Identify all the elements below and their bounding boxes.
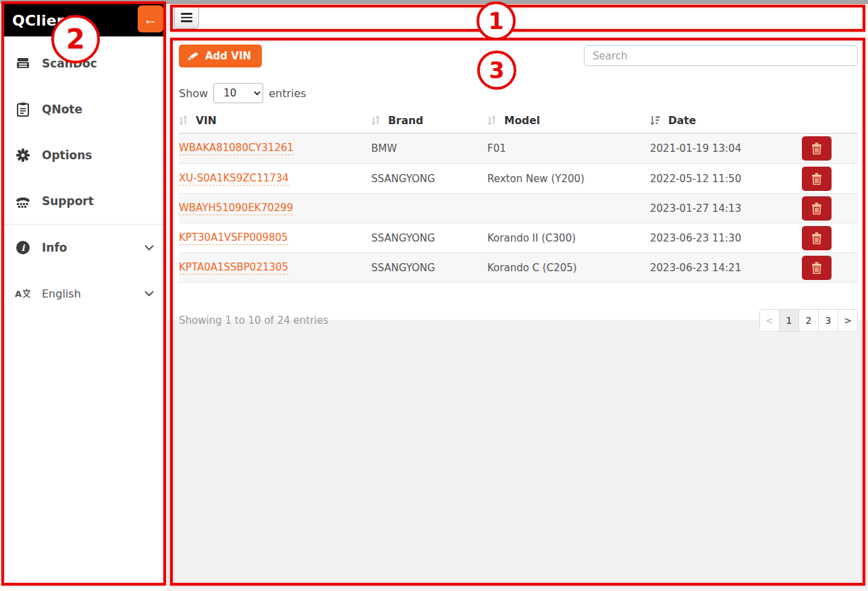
sort-icon (371, 115, 380, 125)
pagination: < 1 2 3 > (759, 309, 858, 332)
app-window: QClients ← ScanDoc QNote (0, 0, 868, 591)
table-row: XU-S0A1KS9ZC11734 SSANGYONG Rexton New (… (179, 163, 858, 193)
svg-text:A: A (15, 289, 22, 299)
vin-link[interactable]: WBAYH51090EK70299 (179, 202, 293, 215)
vin-link[interactable]: KPTA0A1SSBP021305 (179, 261, 288, 275)
chevron-down-icon (144, 291, 154, 297)
vin-link[interactable]: WBAKA81080CY31261 (179, 142, 294, 155)
column-header-vin[interactable]: VIN (179, 115, 371, 127)
delete-button[interactable] (802, 226, 832, 250)
delete-button[interactable] (802, 196, 832, 221)
brand-cell: SSANGYONG (371, 232, 487, 244)
sidebar-item-label: Info (42, 241, 67, 254)
table-header-row: VIN Brand Model Date (179, 108, 858, 134)
topbar (167, 4, 868, 31)
show-label: Show (179, 87, 208, 100)
table-footer: Showing 1 to 10 of 24 entries < 1 2 3 > (179, 309, 858, 332)
page-length-control: Show 10 entries (179, 83, 306, 103)
table-body: WBAKA81080CY31261 BMW F01 2021-01-19 13:… (179, 134, 858, 283)
sidebar-item-label: Support (42, 194, 94, 208)
trash-icon (811, 202, 822, 215)
sidebar-item-scandoc[interactable]: ScanDoc (3, 40, 165, 86)
pagination-next[interactable]: > (838, 309, 858, 332)
model-cell: Korando C (C205) (487, 262, 650, 274)
hamburger-icon (181, 13, 192, 15)
sidebar-header: QClients ← (3, 4, 165, 36)
main-area: Add VIN Show 10 entries VIN (167, 4, 868, 591)
sidebar-nav: ScanDoc QNote Options Support (3, 36, 165, 316)
table-row: KPT30A1VSFP009805 SSANGYONG Korando II (… (179, 223, 858, 252)
info-circle-icon: i (15, 241, 31, 254)
sort-icon (179, 115, 188, 125)
sidebar-item-options[interactable]: Options (3, 132, 165, 178)
pagination-previous[interactable]: < (759, 309, 780, 332)
table-row: KPTA0A1SSBP021305 SSANGYONG Korando C (C… (179, 252, 858, 282)
model-cell: Rexton New (Y200) (487, 173, 650, 185)
sidebar-collapse-button[interactable]: ← (138, 5, 163, 32)
arrow-left-icon: ← (144, 12, 158, 26)
search-input[interactable] (584, 45, 858, 66)
showing-entries-text: Showing 1 to 10 of 24 entries (179, 314, 329, 327)
sidebar-item-label: QNote (42, 103, 82, 116)
sidebar-item-language[interactable]: A English (3, 271, 165, 316)
sort-icon (487, 115, 496, 125)
app-title: QClients (12, 12, 84, 29)
trash-icon (811, 262, 822, 274)
language-icon: A (15, 287, 31, 300)
pagination-page-1[interactable]: 1 (779, 309, 799, 332)
delete-button[interactable] (802, 256, 832, 280)
sidebar-item-label: English (42, 287, 81, 300)
trash-icon (811, 232, 822, 244)
vin-link[interactable]: KPT30A1VSFP009805 (179, 231, 288, 245)
trash-icon (811, 173, 822, 185)
entries-label: entries (269, 87, 306, 100)
date-cell: 2022-05-12 11:50 (650, 173, 802, 185)
hamburger-menu-button[interactable] (174, 6, 199, 29)
sort-active-icon (650, 115, 660, 125)
date-cell: 2023-06-23 11:30 (650, 232, 802, 244)
vin-link[interactable]: XU-S0A1KS9ZC11734 (179, 172, 289, 186)
delete-button[interactable] (802, 167, 832, 191)
support-phone-icon (15, 194, 31, 208)
sidebar-item-support[interactable]: Support (3, 178, 165, 224)
table-row: WBAYH51090EK70299 2023-01-27 14:13 (179, 193, 858, 223)
column-header-date[interactable]: Date (650, 115, 802, 127)
pagination-page-2[interactable]: 2 (798, 309, 819, 332)
sidebar-item-label: Options (42, 148, 92, 162)
vin-table: VIN Brand Model Date (179, 108, 858, 283)
options-gear-icon (15, 148, 31, 163)
add-vin-button[interactable]: Add VIN (179, 45, 262, 67)
table-row: WBAKA81080CY31261 BMW F01 2021-01-19 13:… (179, 134, 858, 163)
pagination-page-3[interactable]: 3 (818, 309, 838, 332)
model-cell: Korando II (C300) (487, 232, 650, 244)
trash-icon (811, 142, 822, 154)
date-cell: 2023-06-23 14:21 (650, 262, 802, 274)
qnote-clipboard-icon (15, 102, 31, 117)
column-header-model[interactable]: Model (487, 115, 650, 127)
sidebar-item-label: ScanDoc (42, 57, 97, 70)
brand-cell: SSANGYONG (371, 173, 487, 185)
sidebar: QClients ← ScanDoc QNote (3, 4, 165, 584)
model-cell: F01 (487, 142, 650, 154)
pencil-icon (187, 51, 199, 61)
sidebar-item-info[interactable]: i Info (3, 225, 165, 271)
date-cell: 2021-01-19 13:04 (650, 142, 802, 154)
delete-button[interactable] (802, 136, 832, 161)
column-header-brand[interactable]: Brand (371, 115, 487, 127)
vin-table-card: Add VIN Show 10 entries VIN (167, 31, 868, 320)
date-cell: 2023-01-27 14:13 (650, 202, 802, 215)
scandoc-printer-icon (15, 56, 31, 71)
brand-cell: BMW (371, 142, 487, 154)
sidebar-item-qnote[interactable]: QNote (3, 86, 165, 132)
page-length-select[interactable]: 10 (213, 83, 263, 103)
chevron-down-icon (144, 245, 154, 251)
brand-cell: SSANGYONG (371, 262, 487, 274)
